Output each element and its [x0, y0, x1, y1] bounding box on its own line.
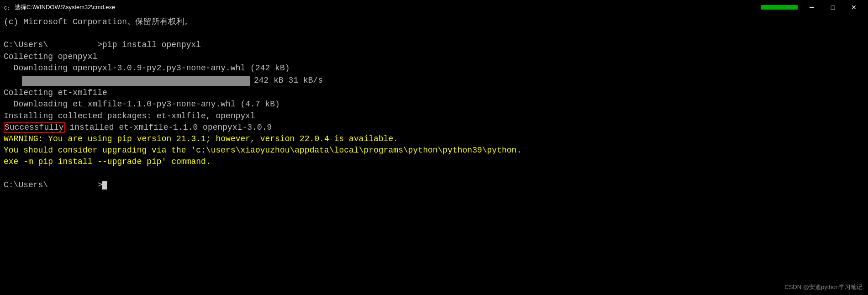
success-line: Successfully installed et-xmlfile-1.1.0 … — [4, 122, 864, 133]
username-redacted-1 — [48, 39, 97, 51]
watermark-text: CSDN @安迪python学习笔记 — [784, 283, 863, 291]
svg-text:C:: C: — [4, 5, 10, 11]
collecting-line-1: Collecting openpyxl — [4, 51, 864, 63]
title-bar: C: 选择C:\WINDOWS\system32\cmd.exe ─ □ ✕ — [0, 0, 868, 15]
downloading-line-2: Downloading et_xmlfile-1.1.0-py3-none-an… — [4, 99, 864, 110]
collecting-line-2: Collecting et-xmlfile — [4, 87, 864, 99]
progress-text: 242 kB 31 kB/s — [254, 75, 323, 86]
cmd-icon: C: — [4, 4, 11, 11]
download-progress-bar — [22, 76, 250, 86]
username-redacted-2 — [48, 179, 97, 191]
downloading-line-1: Downloading openpyxl-3.0.9-py2.py3-none-… — [4, 63, 864, 74]
blank-line-2 — [4, 168, 864, 179]
pip-cmd-line: C:\Users\ >pip install openpyxl — [4, 39, 864, 51]
copyright-line: (c) Microsoft Corporation。保留所有权利。 — [4, 16, 864, 28]
blank-line-1 — [4, 28, 864, 39]
cmd-window: C: 选择C:\WINDOWS\system32\cmd.exe ─ □ ✕ (… — [0, 0, 868, 295]
successfully-highlight: Successfully — [4, 122, 65, 133]
installing-line: Installing collected packages: et-xmlfil… — [4, 111, 864, 122]
final-prompt-line: C:\Users\ > — [4, 179, 864, 191]
progress-bar-container: 242 kB 31 kB/s — [22, 75, 864, 86]
warning-line-3: exe -m pip install --upgrade pip' comman… — [4, 156, 864, 168]
title-bar-controls: ─ □ ✕ — [761, 0, 864, 15]
title-progress-indicator — [761, 5, 798, 10]
maximize-button[interactable]: □ — [822, 0, 843, 15]
cursor-blink — [102, 181, 107, 190]
title-bar-left: C: 选择C:\WINDOWS\system32\cmd.exe — [4, 3, 115, 11]
download-progress-fill — [22, 76, 250, 86]
window-title: 选择C:\WINDOWS\system32\cmd.exe — [15, 3, 115, 11]
close-button[interactable]: ✕ — [843, 0, 864, 15]
terminal-content[interactable]: (c) Microsoft Corporation。保留所有权利。 C:\Use… — [0, 15, 868, 295]
warning-line-1: WARNING: You are using pip version 21.3.… — [4, 133, 864, 145]
warning-line-2: You should consider upgrading via the 'c… — [4, 145, 864, 156]
minimize-button[interactable]: ─ — [801, 0, 822, 15]
